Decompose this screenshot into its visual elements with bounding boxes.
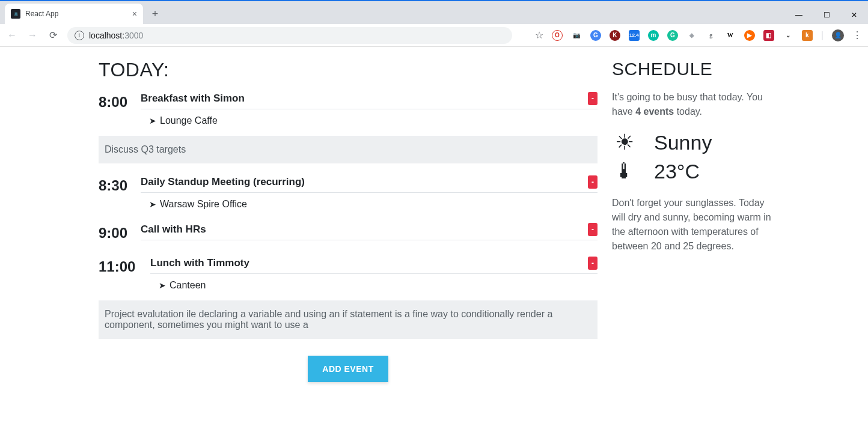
event-time: 8:00 — [99, 92, 141, 110]
event-title: Lunch with Timmoty — [150, 257, 249, 269]
reload-button[interactable]: ⟳ — [47, 29, 59, 41]
weather-note: Don't forget your sunglasses. Today will… — [612, 196, 780, 254]
main-column: TODAY: 8:00 Breakfast with Simon - ➤ Lou… — [99, 59, 598, 382]
tab-bar: ⚛ React App × + — ☐ ✕ — [0, 1, 868, 24]
event-title: Call with HRs — [141, 224, 206, 236]
event-description: Discuss Q3 targets — [99, 136, 598, 163]
remove-event-button[interactable]: - — [588, 257, 598, 270]
forward-button[interactable]: → — [26, 30, 38, 41]
event-time: 8:30 — [99, 175, 141, 193]
remove-event-button[interactable]: - — [588, 175, 598, 189]
event-location: ➤ Canteen — [150, 274, 598, 298]
extension-icon[interactable]: ▶ — [744, 30, 755, 41]
tab-title: React App — [25, 10, 58, 18]
close-window-button[interactable]: ✕ — [840, 6, 868, 24]
url-input[interactable]: i localhost:3000 — [67, 27, 512, 44]
url-host: localhost: — [89, 31, 124, 40]
event-location: ➤ Lounge Caffe — [141, 109, 598, 133]
sun-icon: ☀ — [612, 130, 637, 155]
event-time: 9:00 — [99, 223, 141, 241]
location-icon: ➤ — [149, 116, 156, 126]
weather-temp: 23°C — [654, 160, 700, 183]
extension-icon[interactable]: m — [648, 30, 659, 41]
extension-icon[interactable]: g — [706, 30, 717, 41]
close-tab-icon[interactable]: × — [132, 9, 137, 19]
event-item: 11:00 Lunch with Timmoty - ➤ Canteen — [99, 257, 598, 298]
schedule-intro: It's going to be busy that today. You ha… — [612, 90, 780, 119]
event-description: Project evalutation ile declaring a vari… — [99, 300, 598, 339]
pocket-icon[interactable]: ⌄ — [783, 30, 793, 41]
location-icon: ➤ — [159, 281, 166, 290]
browser-chrome: ⚛ React App × + — ☐ ✕ ← → ⟳ i localhost:… — [0, 0, 868, 47]
maximize-button[interactable]: ☐ — [813, 6, 840, 24]
weather-condition-row: ☀ Sunny — [612, 130, 780, 155]
extension-icon[interactable]: ◈ — [686, 30, 697, 41]
schedule-heading: SCHEDULE — [612, 59, 780, 79]
event-title: Daily Standup Meeting (recurring) — [141, 176, 305, 188]
back-button[interactable]: ← — [6, 30, 18, 41]
location-icon: ➤ — [149, 199, 156, 209]
event-location-text: Warsaw Spire Office — [160, 199, 247, 210]
site-info-icon[interactable]: i — [75, 31, 84, 40]
event-location-text: Lounge Caffe — [160, 115, 218, 126]
extension-icon[interactable]: k — [802, 30, 813, 41]
bookmark-star-icon[interactable]: ☆ — [535, 29, 543, 41]
profile-avatar[interactable]: 👤 — [832, 29, 844, 41]
extension-icon[interactable]: ◧ — [763, 30, 774, 41]
event-item: 8:30 Daily Standup Meeting (recurring) -… — [99, 175, 598, 217]
wikipedia-icon[interactable]: W — [725, 30, 736, 41]
remove-event-button[interactable]: - — [588, 92, 598, 105]
event-item: 8:00 Breakfast with Simon - ➤ Lounge Caf… — [99, 92, 598, 133]
new-tab-button[interactable]: + — [147, 5, 164, 22]
grammarly-icon[interactable]: G — [667, 30, 678, 41]
camera-icon[interactable]: 📷 — [571, 30, 582, 41]
address-bar: ← → ⟳ i localhost:3000 ☆ O 📷 G K 12.4 m … — [0, 24, 868, 47]
add-event-button[interactable]: ADD EVENT — [308, 356, 388, 382]
remove-event-button[interactable]: - — [588, 223, 598, 236]
extension-icon[interactable]: O — [552, 30, 563, 41]
today-heading: TODAY: — [99, 59, 598, 81]
browser-tab[interactable]: ⚛ React App × — [5, 4, 143, 24]
window-controls: — ☐ ✕ — [785, 6, 868, 24]
event-location: ➤ Warsaw Spire Office — [141, 193, 598, 217]
translate-icon[interactable]: G — [590, 30, 601, 41]
browser-menu-icon[interactable]: ⋮ — [852, 29, 862, 41]
react-favicon: ⚛ — [11, 9, 20, 19]
extension-icon[interactable]: K — [610, 30, 620, 41]
weather-temp-row: 🌡 23°C — [612, 159, 780, 184]
weather-condition: Sunny — [654, 131, 712, 154]
toolbar-right: ☆ O 📷 G K 12.4 m G ◈ g W ▶ ◧ ⌄ k | 👤 ⋮ — [535, 29, 862, 41]
extension-icon[interactable]: 12.4 — [629, 30, 640, 41]
minimize-button[interactable]: — — [785, 6, 813, 24]
event-item: 9:00 Call with HRs - — [99, 223, 598, 241]
event-time: 11:00 — [99, 257, 150, 275]
thermometer-icon: 🌡 — [612, 159, 637, 184]
event-title: Breakfast with Simon — [141, 93, 245, 105]
event-location-text: Canteen — [170, 280, 206, 291]
separator: | — [821, 30, 824, 41]
sidebar-column: SCHEDULE It's going to be busy that toda… — [612, 59, 780, 382]
page-content: TODAY: 8:00 Breakfast with Simon - ➤ Lou… — [0, 47, 868, 382]
url-port: 3000 — [124, 31, 143, 40]
